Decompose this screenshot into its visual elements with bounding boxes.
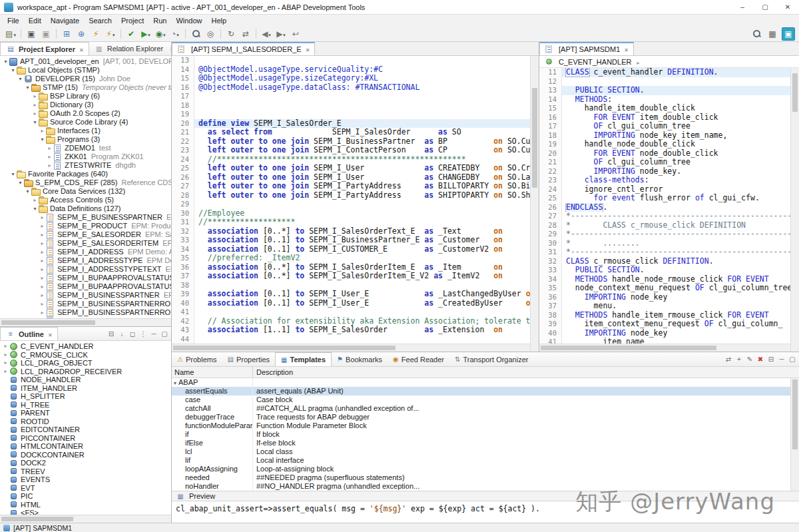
line-number[interactable]: 38 xyxy=(539,311,562,320)
perspective-abap-button[interactable]: ▣ xyxy=(782,27,795,41)
scrollbar-thumb[interactable] xyxy=(792,73,798,112)
outline-item[interactable]: ROOTID xyxy=(0,417,171,426)
template-row[interactable]: needed##NEEDED pragma (superfluous state… xyxy=(172,473,799,482)
code-text[interactable]: for event flush_error of cl_gui_cfw. xyxy=(562,194,799,203)
outline-item[interactable]: ITEM_HANDLER xyxy=(0,384,171,393)
code-text[interactable]: @ObjectModel.usageType.serviceQuality:#C xyxy=(194,65,539,75)
code-text[interactable]: left outer to one join SEPM_I_BusinessPa… xyxy=(194,137,539,146)
collapse-arrow-icon[interactable] xyxy=(39,135,46,144)
expand-arrow-icon[interactable] xyxy=(39,308,46,317)
minimize-icon[interactable]: ─ xyxy=(776,356,787,363)
menu-search[interactable]: Search xyxy=(84,16,117,25)
code-text[interactable] xyxy=(194,92,539,101)
line-number[interactable]: 37 xyxy=(539,302,562,311)
expand-arrow-icon[interactable] xyxy=(39,213,46,222)
code-text[interactable]: association [0..1] to SEPM_I_BusinessPar… xyxy=(194,236,539,245)
code-text[interactable]: define view SEPM_I_SalesOrder_E xyxy=(194,119,539,129)
code-text[interactable]: left outer to one join SEPM_I_ContactPer… xyxy=(194,146,539,155)
line-number[interactable]: 19 xyxy=(172,110,194,119)
column-header-description[interactable]: Description xyxy=(253,367,799,378)
horizontal-scrollbar[interactable] xyxy=(539,344,790,352)
line-number[interactable]: 22 xyxy=(539,167,562,176)
line-number[interactable]: 14 xyxy=(172,65,194,75)
vertical-scrollbar[interactable] xyxy=(790,378,799,491)
project-tree-item[interactable]: ZKK01Program ZKK01 xyxy=(0,152,171,161)
code-text[interactable]: IMPORTING node_key xyxy=(562,293,799,302)
project-tree-item[interactable]: SEPM_I_BUSINESSPARTNERROLEEPM Dem... xyxy=(0,300,171,308)
line-number[interactable]: 38 xyxy=(172,281,194,290)
new-abap-object-button[interactable]: ⊕ xyxy=(75,27,88,41)
collapse-arrow-icon[interactable] xyxy=(31,118,39,127)
code-text[interactable]: METHODS: xyxy=(562,95,799,105)
line-number[interactable]: 42 xyxy=(172,317,194,326)
expand-arrow-icon[interactable] xyxy=(31,196,39,204)
vertical-scrollbar[interactable] xyxy=(790,68,799,352)
line-number[interactable]: 13 xyxy=(172,56,194,65)
template-row[interactable]: noHandler##NO_HANDLER pragma (unhandled … xyxy=(172,482,799,491)
template-row[interactable]: assertEqualsassert_equals (ABAP Unit) xyxy=(172,387,799,396)
scrollbar-thumb[interactable] xyxy=(1,517,73,521)
code-text[interactable]: // Association for extensibility aka Ext… xyxy=(194,317,539,326)
expand-arrow-icon[interactable] xyxy=(39,274,46,282)
collapse-arrow-icon[interactable] xyxy=(31,204,39,213)
code-text[interactable]: ignore_cntl_error xyxy=(562,185,799,194)
line-number[interactable]: 15 xyxy=(172,74,194,83)
template-row[interactable]: catchAll##CATCH_ALL pragma (unhandled ex… xyxy=(172,404,799,413)
line-number[interactable]: 11 xyxy=(539,68,562,77)
expand-arrow-icon[interactable] xyxy=(39,291,46,300)
line-number[interactable]: 23 xyxy=(172,146,194,155)
code-text[interactable]: //preferred: _ItemV2 xyxy=(194,254,539,263)
line-number[interactable]: 32 xyxy=(539,257,562,266)
scrollbar-thumb[interactable] xyxy=(173,346,396,350)
code-text[interactable]: * ........ xyxy=(562,239,799,248)
quick-search-button[interactable] xyxy=(750,27,763,41)
code-text[interactable]: left outer to one join SEPM_I_PartyAddre… xyxy=(194,182,539,191)
code-text[interactable]: OF cl_gui_column_tree xyxy=(562,122,799,131)
cds-code-area[interactable]: 1314@ObjectModel.usageType.serviceQualit… xyxy=(172,56,539,352)
close-icon[interactable] xyxy=(623,45,629,53)
code-text[interactable]: left outer to one join SEPM_I_User as CR… xyxy=(194,164,539,173)
line-number[interactable]: 22 xyxy=(172,137,194,146)
line-number[interactable]: 27 xyxy=(539,212,562,221)
code-text[interactable]: * CLASS c_rmouse_click DEFINITION xyxy=(562,221,799,230)
outline-item[interactable]: HTML xyxy=(0,501,171,509)
activate-button[interactable]: ⚡ xyxy=(89,27,103,41)
close-window-button[interactable] xyxy=(776,0,799,14)
line-number[interactable]: 43 xyxy=(172,326,194,335)
line-number[interactable]: 19 xyxy=(539,140,562,149)
project-tree-item[interactable]: Access Controls (5) xyxy=(0,196,171,204)
expand-arrow-icon[interactable] xyxy=(2,342,9,351)
outline-item[interactable]: EDITCONTAINER xyxy=(0,425,171,434)
outline-item[interactable]: H_SPLITTER xyxy=(0,392,171,401)
open-sap-gui-button[interactable]: ⊞ xyxy=(60,27,73,41)
code-text[interactable]: *---------------------------------------… xyxy=(562,212,799,221)
line-number[interactable]: 27 xyxy=(172,182,194,191)
project-tree-item[interactable]: Programs (3) xyxy=(0,135,171,144)
code-text[interactable]: PUBLIC SECTION. xyxy=(562,266,799,275)
code-text[interactable]: IMPORTING node_key item_name, xyxy=(562,131,799,140)
collapse-arrow-icon[interactable] xyxy=(9,66,17,75)
line-number[interactable]: 34 xyxy=(172,245,194,254)
code-text[interactable]: CLASS c_event_handler DEFINITION. xyxy=(562,68,799,77)
tab-project-explorer[interactable]: Project Explorer xyxy=(0,42,89,55)
line-number[interactable]: 23 xyxy=(539,176,562,185)
project-tree-item[interactable]: STMP (15)Temporary Objects (never transp… xyxy=(0,83,171,92)
vertical-scrollbar[interactable] xyxy=(530,56,539,352)
expand-arrow-icon[interactable] xyxy=(31,109,39,118)
tab-properties[interactable]: ▤Properties xyxy=(222,352,275,366)
line-number[interactable]: 33 xyxy=(539,266,562,275)
project-tree-item[interactable]: SEPM_E_BUSINESSPARTNEREPM: Business... xyxy=(0,213,171,222)
code-text[interactable]: left outer to one join SEPM_I_PartyAddre… xyxy=(194,191,539,200)
code-text[interactable]: ENDCLASS. xyxy=(562,203,799,212)
outline-item[interactable]: LCL_DRAG_OBJECT xyxy=(0,359,171,368)
code-text[interactable]: CLASS c_rmouse_click DEFINITION. xyxy=(562,257,799,266)
project-tree-item[interactable]: SEPM_E_SALESORDERITEMEPM: Sales Ord... xyxy=(0,239,171,248)
outline-item[interactable]: NODE_HANDLER xyxy=(0,376,171,384)
line-number[interactable]: 17 xyxy=(172,92,194,101)
project-tree-item[interactable]: SEPM_I_BUSINESSPARTNEREPM Demo: Bu... xyxy=(0,291,171,300)
template-row[interactable]: loopAtAssigningLoop-at-assigning block xyxy=(172,465,799,473)
code-text[interactable]: IMPORTING node_key. xyxy=(562,167,799,176)
project-tree-item[interactable]: DEVELOPER (15)John Doe xyxy=(0,75,171,83)
code-text[interactable]: //******************* xyxy=(194,218,539,227)
breadcrumb-item[interactable]: C_EVENT_HANDLER xyxy=(559,58,631,66)
